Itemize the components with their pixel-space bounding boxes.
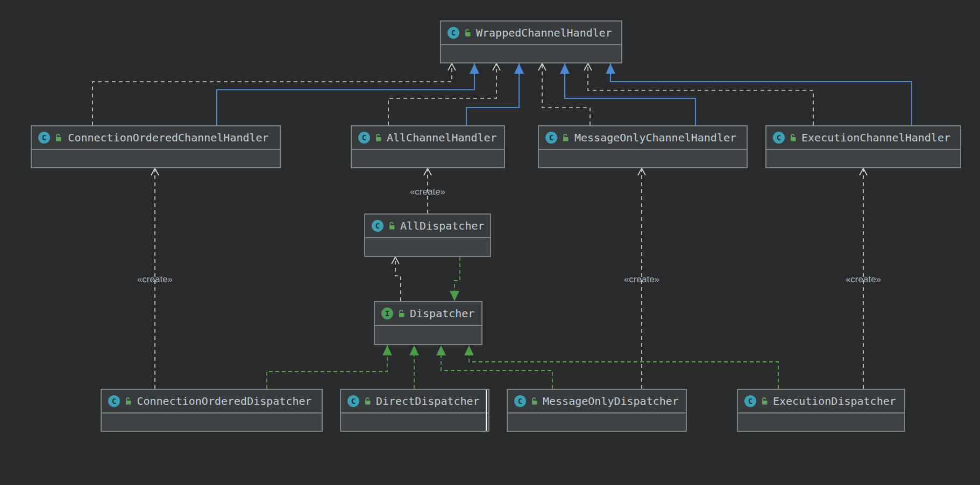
visibility-lock-icon [397,309,406,318]
triangle-green-arrowhead-icon [450,291,459,301]
edge-extends-executionchannelhandler-to-wrappedchannelhandler [610,63,912,125]
class-icon: C [108,395,120,407]
public-lock-icon [562,133,570,142]
class-node-allchannelhandler[interactable]: CAllChannelHandler [351,125,505,168]
visibility-lock-icon [761,397,769,405]
class-node-connectionordereddispatcher[interactable]: CConnectionOrderedDispatcher [101,389,323,432]
class-node-messageonlychannelhandler[interactable]: CMessageOnlyChannelHandler [538,125,748,168]
class-node-connectionorderedchannelhandler[interactable]: CConnectionOrderedChannelHandler [31,125,281,168]
public-lock-icon [124,397,132,405]
node-title-bar[interactable]: IDispatcher [375,302,481,326]
node-name: MessageOnlyDispatcher [543,395,682,408]
create-stereotype-label: «create» [137,274,173,285]
edge-extends-connectionorderedchannelhandler-to-wrappedchannelhandler [217,63,474,125]
node-title-bar[interactable]: CConnectionOrderedChannelHandler [32,126,280,150]
class-icon: C [773,132,785,144]
class-node-executionchannelhandler[interactable]: CExecutionChannelHandler [765,125,961,168]
node-name: WrappedChannelHandler [476,26,615,39]
visibility-lock-icon [562,133,570,142]
public-lock-icon [388,222,396,230]
class-icon: C [744,395,756,407]
edge-implements-connectionordereddispatcher-to-dispatcher [267,345,387,389]
interface-node-dispatcher[interactable]: IDispatcher [374,301,482,345]
node-members-section [32,150,280,191]
edge-dependency-executionchannelhandler-to-wrappedchannelhandler [588,63,813,125]
node-members-section [375,326,481,368]
create-stereotype-label: «create» [846,274,881,285]
visibility-lock-icon [54,133,62,142]
visibility-lock-icon [364,397,372,405]
node-members-section [365,238,490,280]
visibility-lock-icon [374,133,382,142]
visibility-lock-icon [124,397,132,405]
public-lock-icon [54,133,62,142]
node-name: Dispatcher [410,307,478,320]
public-lock-icon [530,397,538,405]
class-node-messageonlydispatcher[interactable]: CMessageOnlyDispatcher [507,389,687,432]
node-title-bar[interactable]: CDirectDispatcher [341,390,488,413]
node-members-section [766,150,960,191]
node-members-section [352,150,504,191]
class-icon: C [372,220,384,232]
node-title-bar[interactable]: CMessageOnlyDispatcher [508,390,686,413]
interface-icon: I [381,308,393,319]
edge-dependency-connectionorderedchannelhandler-to-wrappedchannelhandler [93,63,452,125]
selection-caret [486,390,487,431]
class-icon: C [448,27,459,39]
node-name: MessageOnlyChannelHandler [574,131,740,144]
node-members-section [738,413,904,454]
node-name: ExecutionChannelHandler [801,131,954,144]
class-node-alldispatcher[interactable]: CAllDispatcher [364,213,491,257]
node-title-bar[interactable]: CMessageOnlyChannelHandler [539,126,747,150]
node-members-section [341,413,488,454]
class-icon: C [38,132,50,144]
node-members-section [102,413,322,454]
node-name: DirectDispatcher [376,395,483,408]
node-title-bar[interactable]: CConnectionOrderedDispatcher [102,390,322,413]
class-icon: C [347,395,359,407]
node-name: AllDispatcher [400,219,488,232]
node-name: ConnectionOrderedChannelHandler [67,131,273,144]
node-title-bar[interactable]: CWrappedChannelHandler [441,22,621,45]
class-node-executiondispatcher[interactable]: CExecutionDispatcher [737,389,905,432]
create-stereotype-label: «create» [410,187,445,197]
node-title-bar[interactable]: CExecutionChannelHandler [766,126,960,150]
visibility-lock-icon [388,222,396,230]
node-title-bar[interactable]: CExecutionDispatcher [738,390,904,413]
node-title-bar[interactable]: CAllDispatcher [365,215,490,238]
public-lock-icon [761,397,769,405]
class-icon: C [358,132,370,144]
public-lock-icon [364,397,372,405]
uml-diagram-canvas[interactable]: CWrappedChannelHandlerCConnectionOrdered… [0,0,980,485]
node-members-section [441,45,621,86]
node-name: ConnectionOrderedDispatcher [137,395,315,408]
public-lock-icon [374,133,382,142]
visibility-lock-icon [464,28,472,37]
class-node-wrappedchannelhandler[interactable]: CWrappedChannelHandler [440,20,622,63]
edge-implements-executiondispatcher-to-dispatcher [469,345,778,389]
public-lock-icon [397,309,406,318]
visibility-lock-icon [530,397,538,405]
class-icon: C [514,395,526,407]
create-stereotype-label: «create» [624,274,659,285]
public-lock-icon [464,28,472,37]
node-name: ExecutionDispatcher [773,395,899,408]
node-name: AllChannelHandler [387,131,500,144]
node-title-bar[interactable]: CAllChannelHandler [352,126,504,150]
public-lock-icon [789,133,797,142]
node-members-section [539,150,747,191]
class-icon: C [545,132,557,144]
node-members-section [508,413,686,454]
visibility-lock-icon [789,133,797,142]
class-node-directdispatcher[interactable]: CDirectDispatcher [340,389,489,432]
